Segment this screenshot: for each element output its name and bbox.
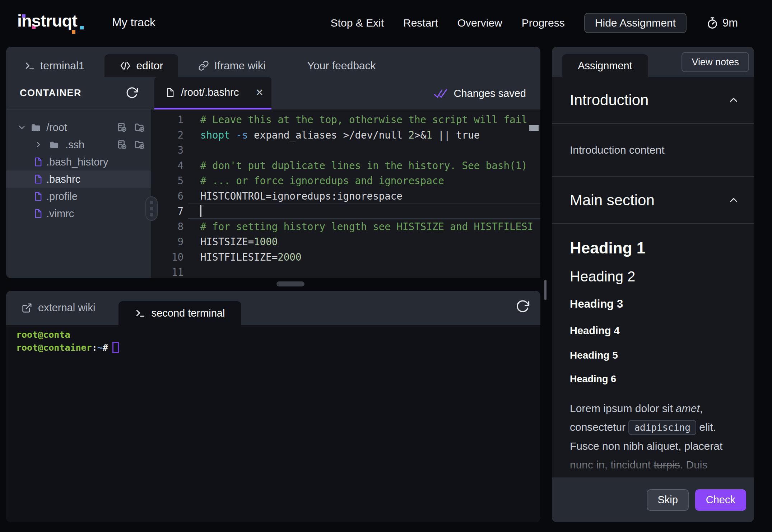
link-icon — [198, 60, 209, 71]
introduction-content: Introduction content — [552, 124, 754, 177]
tab-label: external wiki — [38, 302, 96, 314]
new-file-icon[interactable] — [116, 122, 127, 133]
section-main-header[interactable]: Main section — [552, 177, 754, 224]
markdown-body: Heading 1 Heading 2 Heading 3 Heading 4 … — [552, 224, 754, 477]
code-text: HISTFILESIZE=2000 — [188, 249, 540, 265]
refresh-icon[interactable] — [515, 299, 530, 314]
chevron-up-icon[interactable] — [727, 94, 740, 106]
tree-item-label: .vimrc — [46, 208, 74, 220]
heading-3: Heading 3 — [570, 298, 736, 311]
code-text: HISTCONTROL=ignoredups:ignorespace — [188, 188, 540, 204]
code-line: 11 — [151, 265, 540, 278]
section-title: Main section — [570, 192, 655, 209]
nav-stop-exit[interactable]: Stop & Exit — [331, 17, 384, 29]
tree-item-label: /root — [46, 122, 67, 134]
assignment-header-strip: Assignment View notes — [552, 47, 754, 77]
page-scrollbar-thumb[interactable] — [544, 280, 547, 300]
tree-item-bashrc[interactable]: .bashrc — [6, 171, 151, 188]
panel-resize-handle[interactable] — [276, 281, 304, 286]
file-tab-label: /root/.bashrc — [181, 87, 247, 98]
top-bar: instruqt My track Stop & Exit Restart Ov… — [0, 0, 772, 46]
tab-iframe-wiki[interactable]: Iframe wiki — [195, 54, 268, 77]
nav-restart[interactable]: Restart — [403, 17, 438, 29]
file-tab-bashrc[interactable]: /root/.bashrc ✕ — [154, 77, 271, 109]
assignment-footer: Skip Check — [552, 477, 754, 522]
tree-item-actions — [116, 122, 145, 133]
assignment-panel: Assignment View notes Introduction Intro… — [552, 47, 754, 522]
line-number: 2 — [151, 127, 188, 143]
explorer-resize-handle[interactable] — [145, 196, 158, 221]
assignment-content: Introduction Introduction content Main s… — [552, 77, 754, 477]
editor-column: /root/.bashrc ✕ Changes saved 1 # Leave … — [151, 77, 540, 278]
tab-terminal1[interactable]: terminal1 — [22, 54, 87, 77]
chevron-down-icon[interactable] — [17, 123, 27, 132]
heading-5: Heading 5 — [570, 350, 736, 361]
tree-item-bash-history[interactable]: .bash_history — [6, 153, 151, 171]
editor-workspace: CONTAINER /root — [6, 77, 540, 278]
code-line: 4 # don't put duplicate lines in the his… — [151, 158, 540, 173]
new-folder-icon[interactable] — [134, 139, 145, 150]
terminal-line: root@conta — [16, 328, 540, 341]
editor-scrollbar-thumb[interactable] — [529, 125, 539, 131]
new-folder-icon[interactable] — [134, 122, 145, 133]
time-remaining: 9m — [706, 17, 738, 29]
workspace-tabstrip: terminal1 editor Iframe wiki Your feedba… — [6, 47, 540, 77]
logo-text: instruqt — [17, 11, 77, 30]
code-text: # Leave this at the top, otherwise the s… — [188, 112, 540, 127]
tree-item-profile[interactable]: .profile — [6, 188, 151, 205]
save-status-text: Changes saved — [454, 88, 526, 99]
code-line: 8 # for setting history length see HISTS… — [151, 219, 540, 234]
save-status: Changes saved — [433, 77, 526, 109]
code-text: HISTSIZE=1000 — [188, 234, 540, 249]
file-explorer: CONTAINER /root — [6, 77, 151, 278]
refresh-icon[interactable] — [125, 87, 138, 99]
instruqt-logo[interactable]: instruqt — [17, 11, 89, 36]
nav-overview[interactable]: Overview — [457, 17, 502, 29]
nav-progress[interactable]: Progress — [522, 17, 565, 29]
tab-second-terminal[interactable]: second terminal — [118, 301, 241, 325]
check-button[interactable]: Check — [695, 489, 746, 511]
heading-2: Heading 2 — [570, 269, 736, 285]
tree-item-root[interactable]: /root — [6, 119, 151, 136]
terminal-icon — [135, 308, 146, 318]
code-text — [188, 143, 540, 158]
file-icon — [33, 157, 43, 167]
section-title: Introduction — [570, 92, 648, 109]
logo-accent-square — [72, 30, 75, 34]
code-editor[interactable]: 1 # Leave this at the top, otherwise the… — [151, 109, 540, 278]
tab-your-feedback[interactable]: Your feedback — [304, 54, 379, 77]
close-icon[interactable]: ✕ — [255, 87, 264, 98]
tree-item-vimrc[interactable]: .vimrc — [6, 205, 151, 222]
folder-open-icon — [31, 122, 41, 133]
line-number: 1 — [151, 112, 188, 127]
skip-button[interactable]: Skip — [647, 489, 688, 511]
tree-item-ssh[interactable]: .ssh — [6, 136, 151, 153]
tree-item-label: .ssh — [65, 139, 84, 151]
view-notes-button[interactable]: View notes — [682, 52, 749, 72]
terminal-line: root@container:~# — [16, 341, 540, 354]
heading-6: Heading 6 — [570, 374, 736, 385]
terminal-cursor — [112, 342, 119, 353]
chevron-right-icon[interactable] — [34, 140, 43, 149]
tree-item-label: .profile — [46, 191, 78, 202]
tab-label: terminal1 — [40, 60, 84, 72]
code-text — [188, 265, 540, 278]
section-introduction-header[interactable]: Introduction — [552, 77, 754, 124]
hide-assignment-button[interactable]: Hide Assignment — [584, 13, 687, 33]
terminal-output[interactable]: root@conta root@container:~# — [6, 325, 540, 522]
line-number: 3 — [151, 143, 188, 158]
tab-editor[interactable]: editor — [104, 54, 178, 77]
explorer-header: CONTAINER — [6, 77, 151, 109]
tree-item-actions — [116, 139, 145, 150]
external-link-icon — [22, 303, 32, 313]
explorer-title: CONTAINER — [20, 88, 82, 99]
code-text: # don't put duplicate lines in the histo… — [188, 158, 540, 173]
code-text: shopt -s expand_aliases >/dev/null 2>&1 … — [188, 127, 540, 143]
timer-value: 9m — [722, 17, 738, 29]
tab-external-wiki[interactable]: external wiki — [22, 302, 96, 314]
code-text — [188, 204, 540, 219]
stopwatch-icon — [706, 17, 719, 29]
chevron-up-icon[interactable] — [727, 194, 740, 206]
tab-assignment[interactable]: Assignment — [562, 54, 648, 77]
new-file-icon[interactable] — [116, 139, 127, 150]
